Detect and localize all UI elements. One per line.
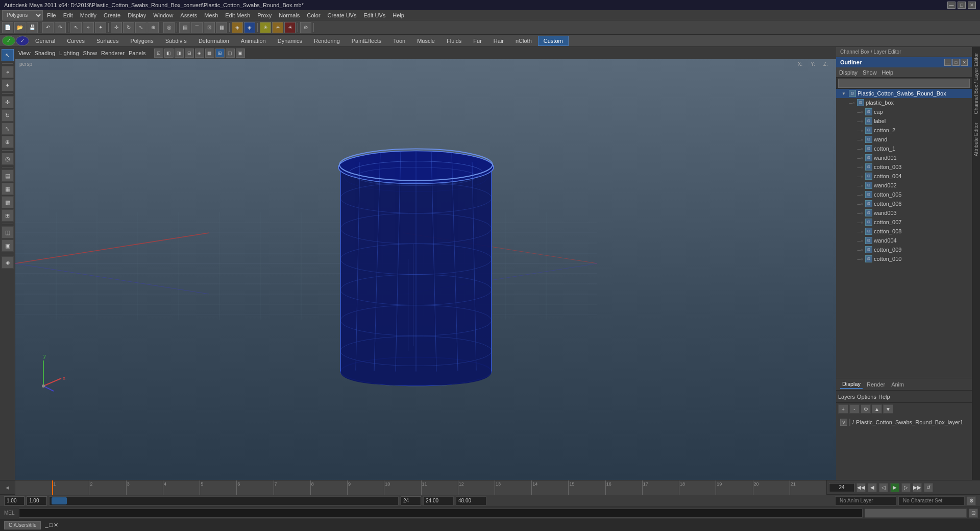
menu-item-edit[interactable]: Edit	[60, 11, 76, 19]
taskbar-max[interactable]: □	[50, 522, 53, 528]
timeline-ruler[interactable]: 12345678910111213141516171819202122	[15, 480, 827, 495]
tree-item-wand001[interactable]: —○⊡wand001	[836, 153, 972, 162]
ch-tab-render[interactable]: Render	[865, 380, 887, 389]
timeline-playhead[interactable]	[52, 480, 53, 495]
tree-item-cotton_004[interactable]: —○⊡cotton_004	[836, 172, 972, 181]
tab-surfaces[interactable]: Surfaces	[91, 36, 124, 46]
menu-item-modify[interactable]: Modify	[77, 11, 100, 19]
snap-view-btn[interactable]: ▦	[216, 22, 227, 33]
vp-icon-6[interactable]: ▦	[205, 49, 214, 58]
tree-item-plastic_box[interactable]: —○⊡plastic_box	[836, 98, 972, 107]
vp-menu-show[interactable]: Show	[83, 50, 97, 56]
new-button[interactable]: 📄	[2, 22, 13, 33]
tab-animation[interactable]: Animation	[235, 36, 272, 46]
tree-item-wand[interactable]: —○⊡wand	[836, 135, 972, 144]
ch-tab-display[interactable]: Display	[840, 380, 863, 389]
tree-item-cotton_003[interactable]: —○⊡cotton_003	[836, 162, 972, 172]
preferences-btn[interactable]: ⚙	[967, 496, 976, 505]
light1-btn[interactable]: ☀	[260, 22, 271, 33]
timeline-range-bar[interactable]	[49, 496, 399, 505]
save-button[interactable]: 💾	[27, 22, 38, 33]
snap-grid-btn[interactable]: ▤	[179, 22, 190, 33]
snap-curve-btn[interactable]: ⌒	[191, 22, 203, 33]
scale-tool-btn[interactable]: ⤡	[135, 22, 146, 33]
move-tool-btn[interactable]: ✛	[111, 22, 122, 33]
tab-toon[interactable]: Toon	[387, 36, 411, 46]
taskbar-min[interactable]: _	[45, 522, 48, 528]
menu-item-window[interactable]: Window	[150, 11, 176, 19]
layer-up-btn[interactable]: ▲	[872, 404, 882, 414]
soft-select-btn[interactable]: ◎	[163, 22, 175, 33]
command-input[interactable]	[19, 509, 863, 518]
vp-icon-wireframe[interactable]: ⊞	[215, 49, 225, 58]
tree-item-cotton_009[interactable]: —○⊡cotton_009	[836, 245, 972, 254]
attr-editor-tab-label[interactable]: Attribute Editor	[972, 118, 980, 160]
tl-btn-2[interactable]: ◀	[868, 483, 877, 492]
tab-general[interactable]: General	[30, 36, 61, 46]
taskbar-close[interactable]: ✕	[54, 522, 58, 528]
toggle-btn-2[interactable]: ✓	[16, 36, 29, 46]
outliner-search-input[interactable]	[838, 79, 970, 88]
tree-item-root[interactable]: ▼⊡Plastic_Cotton_Swabs_Round_Box	[836, 89, 972, 98]
layer-menu-layers[interactable]: Layers	[838, 394, 855, 400]
menu-item-normals[interactable]: Normals	[276, 11, 303, 19]
tree-item-label[interactable]: —○⊡label	[836, 116, 972, 126]
viewport-canvas[interactable]: y x	[15, 59, 836, 480]
vp-icon-5[interactable]: ◈	[195, 49, 204, 58]
tab-deformation[interactable]: Deformation	[193, 36, 235, 46]
tree-item-cotton_2[interactable]: —○⊡cotton_2	[836, 126, 972, 135]
vp-icon-4[interactable]: ⊟	[185, 49, 194, 58]
tl-btn-1[interactable]: ◀◀	[856, 483, 866, 492]
tree-item-cotton_010[interactable]: —○⊡cotton_010	[836, 254, 972, 263]
manip-1[interactable]: ◫	[2, 226, 14, 238]
vp-icon-8[interactable]: ◫	[226, 49, 235, 58]
tab-hair[interactable]: Hair	[488, 36, 509, 46]
universal-tool[interactable]: ⊕	[2, 136, 14, 148]
tree-item-cotton_005[interactable]: —○⊡cotton_005	[836, 190, 972, 199]
tree-item-cotton_008[interactable]: —○⊡cotton_008	[836, 227, 972, 236]
show-hide-3[interactable]: ▩	[2, 196, 14, 208]
vp-menu-lighting[interactable]: Lighting	[59, 50, 79, 56]
menu-item-create[interactable]: Create	[101, 11, 124, 19]
render-btn[interactable]: ◈	[232, 22, 243, 33]
tree-item-cotton_1[interactable]: —○⊡cotton_1	[836, 144, 972, 153]
select-tool-btn[interactable]: ↖	[70, 22, 82, 33]
layer-new-btn[interactable]: +	[838, 404, 848, 414]
menu-item-proxy[interactable]: Proxy	[254, 11, 275, 19]
menu-item-display[interactable]: Display	[125, 11, 149, 19]
layer-options-btn[interactable]: ⚙	[861, 404, 871, 414]
close-button[interactable]: ✕	[968, 2, 976, 9]
tl-btn-forward[interactable]: ▷	[901, 483, 911, 492]
ch-tab-anim[interactable]: Anim	[889, 380, 906, 389]
vp-menu-shading[interactable]: Shading	[35, 50, 55, 56]
tab-subdiv-s[interactable]: Subdiv s	[160, 36, 192, 46]
menu-item-edit mesh[interactable]: Edit Mesh	[222, 11, 253, 19]
open-button[interactable]: 📂	[14, 22, 26, 33]
scale-tool[interactable]: ⤡	[2, 123, 14, 135]
range-end-field[interactable]	[401, 496, 421, 505]
tab-muscle[interactable]: Muscle	[411, 36, 440, 46]
lasso-tool-btn[interactable]: ⌖	[83, 22, 94, 33]
layer-delete-btn[interactable]: -	[849, 404, 860, 414]
menu-item-color[interactable]: Color	[304, 11, 323, 19]
redo-button[interactable]: ↷	[55, 22, 66, 33]
viewport[interactable]: View Shading Lighting Show Renderer Pane…	[15, 47, 836, 480]
vp-icon-1[interactable]: ⊡	[154, 49, 163, 58]
vp-menu-panels[interactable]: Panels	[129, 50, 146, 56]
tl-btn-loop[interactable]: ↺	[924, 483, 933, 492]
light2-btn[interactable]: ☀	[272, 22, 283, 33]
paint-select-btn[interactable]: ✦	[95, 22, 106, 33]
tab-ncloth[interactable]: nCloth	[510, 36, 537, 46]
outliner-minimize[interactable]: —	[944, 59, 951, 66]
vp-icon-2[interactable]: ◧	[164, 49, 174, 58]
rotate-tool-btn[interactable]: ↻	[123, 22, 134, 33]
workspace-dropdown[interactable]: Polygons	[2, 10, 43, 20]
lasso-tool[interactable]: ⌖	[2, 66, 14, 78]
cmd-extra-btn[interactable]: ⊡	[969, 509, 978, 518]
minimize-button[interactable]: —	[947, 2, 955, 9]
snap-point-btn[interactable]: ⊡	[204, 22, 215, 33]
tab-rendering[interactable]: Rendering	[308, 36, 346, 46]
universal-tool-btn[interactable]: ⊕	[148, 22, 159, 33]
outliner-close[interactable]: ✕	[961, 59, 968, 66]
vp-icon-9[interactable]: ▣	[236, 49, 245, 58]
